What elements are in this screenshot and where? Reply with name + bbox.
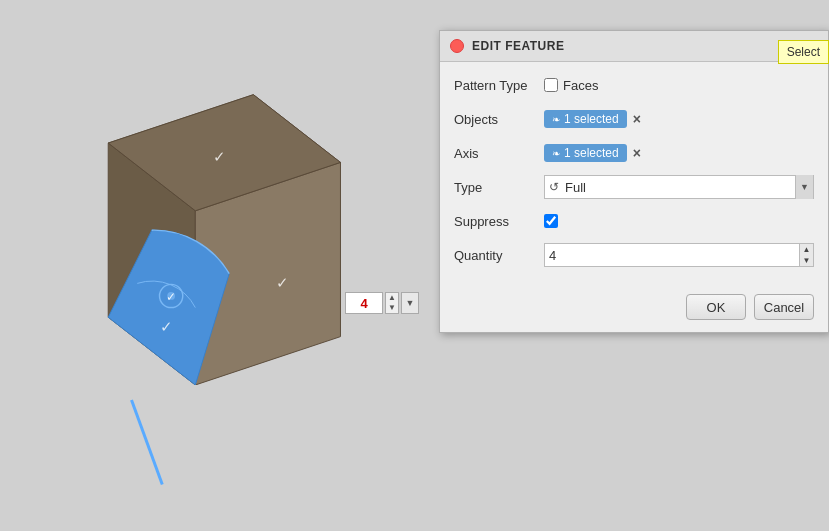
cancel-button[interactable]: Cancel	[754, 294, 814, 320]
axis-control: ❧ 1 selected ×	[544, 144, 814, 162]
axis-row: Axis ❧ 1 selected ×	[454, 140, 814, 166]
objects-badge-text: 1 selected	[564, 112, 619, 126]
svg-text:✓: ✓	[276, 274, 289, 291]
suppress-label: Suppress	[454, 214, 544, 229]
ok-button[interactable]: OK	[686, 294, 746, 320]
qty-overlay-down[interactable]: ▼	[386, 303, 398, 313]
pattern-type-control: Faces	[544, 78, 814, 93]
quantity-control: 4 ▲ ▼	[544, 243, 814, 267]
type-select[interactable]: ↺ Full ▼	[544, 175, 814, 199]
type-select-icon: ↺	[545, 180, 563, 194]
qty-overlay-input[interactable]: 4	[345, 292, 383, 314]
select-tooltip: Select	[778, 40, 829, 64]
axis-badge-text: 1 selected	[564, 146, 619, 160]
qty-overlay-dropdown[interactable]: ▼	[401, 292, 419, 314]
dialog-title: EDIT FEATURE	[472, 39, 564, 53]
dialog-body: Pattern Type Faces Objects ❧ 1 selected	[440, 62, 828, 286]
objects-label: Objects	[454, 112, 544, 127]
qty-overlay-spinner[interactable]: ▲ ▼	[385, 292, 399, 314]
quantity-label: Quantity	[454, 248, 544, 263]
objects-row: Objects ❧ 1 selected ×	[454, 106, 814, 132]
3d-box: ✓ ✓ ✓ ✓	[55, 85, 355, 385]
dialog-close-button[interactable]	[450, 39, 464, 53]
axis-label: Axis	[454, 146, 544, 161]
quantity-row: Quantity 4 ▲ ▼	[454, 242, 814, 268]
quantity-spinners: ▲ ▼	[800, 243, 814, 267]
type-label: Type	[454, 180, 544, 195]
objects-cursor-icon: ❧	[552, 114, 560, 125]
qty-overlay[interactable]: 4 ▲ ▼ ▼	[345, 292, 419, 314]
axis-clear-button[interactable]: ×	[633, 145, 641, 161]
faces-checkbox[interactable]	[544, 78, 558, 92]
suppress-checkbox[interactable]	[544, 214, 558, 228]
qty-overlay-up[interactable]: ▲	[386, 293, 398, 303]
svg-text:✓: ✓	[213, 148, 226, 165]
suppress-row: Suppress	[454, 208, 814, 234]
objects-control: ❧ 1 selected ×	[544, 110, 814, 128]
suppress-control	[544, 214, 814, 228]
quantity-input-wrapper: 4 ▲ ▼	[544, 243, 814, 267]
objects-badge: ❧ 1 selected	[544, 110, 627, 128]
axis-cursor-icon: ❧	[552, 148, 560, 159]
faces-checkbox-group[interactable]: Faces	[544, 78, 598, 93]
type-select-text: Full	[563, 180, 795, 195]
quantity-down-button[interactable]: ▼	[800, 255, 813, 266]
blue-line	[130, 399, 164, 485]
type-control[interactable]: ↺ Full ▼	[544, 175, 814, 199]
svg-text:✓: ✓	[166, 290, 176, 303]
dialog-footer: OK Cancel	[440, 286, 828, 332]
quantity-input[interactable]: 4	[544, 243, 800, 267]
pattern-type-row: Pattern Type Faces	[454, 72, 814, 98]
quantity-up-button[interactable]: ▲	[800, 244, 813, 255]
axis-badge: ❧ 1 selected	[544, 144, 627, 162]
svg-text:✓: ✓	[160, 318, 173, 335]
dialog-titlebar: EDIT FEATURE	[440, 31, 828, 62]
type-row: Type ↺ Full ▼	[454, 174, 814, 200]
viewport: ✓ ✓ ✓ ✓ 4 ▲ ▼ ▼ Select EDIT FEATURE	[0, 0, 829, 531]
faces-label: Faces	[563, 78, 598, 93]
objects-clear-button[interactable]: ×	[633, 111, 641, 127]
pattern-type-label: Pattern Type	[454, 78, 544, 93]
edit-feature-dialog: EDIT FEATURE Pattern Type Faces Objects	[439, 30, 829, 333]
type-select-arrow[interactable]: ▼	[795, 175, 813, 199]
